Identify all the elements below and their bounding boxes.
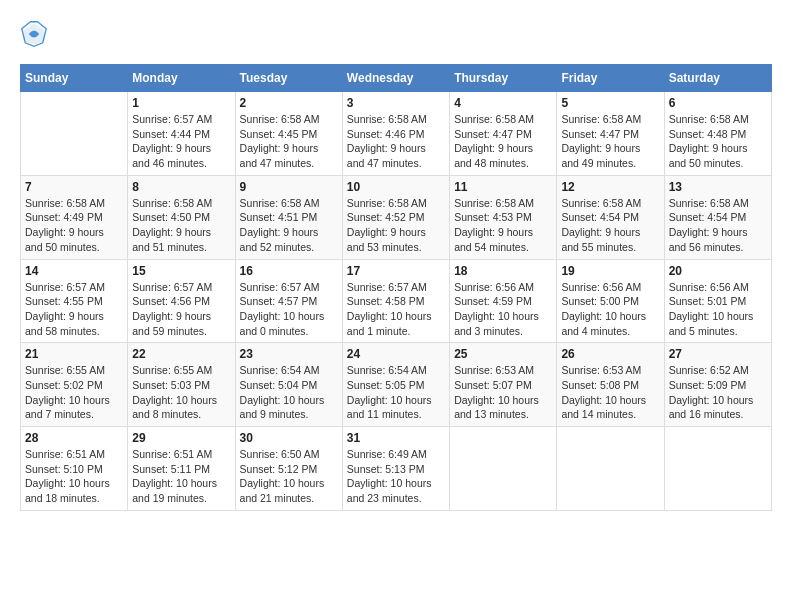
day-number: 18 xyxy=(454,264,552,278)
calendar-week-row: 1Sunrise: 6:57 AM Sunset: 4:44 PM Daylig… xyxy=(21,92,772,176)
calendar-cell: 14Sunrise: 6:57 AM Sunset: 4:55 PM Dayli… xyxy=(21,259,128,343)
day-number: 29 xyxy=(132,431,230,445)
day-info: Sunrise: 6:58 AM Sunset: 4:46 PM Dayligh… xyxy=(347,112,445,171)
calendar-cell: 16Sunrise: 6:57 AM Sunset: 4:57 PM Dayli… xyxy=(235,259,342,343)
day-info: Sunrise: 6:58 AM Sunset: 4:50 PM Dayligh… xyxy=(132,196,230,255)
column-header-monday: Monday xyxy=(128,65,235,92)
day-number: 25 xyxy=(454,347,552,361)
logo xyxy=(20,20,52,48)
calendar-cell: 1Sunrise: 6:57 AM Sunset: 4:44 PM Daylig… xyxy=(128,92,235,176)
calendar-cell: 10Sunrise: 6:58 AM Sunset: 4:52 PM Dayli… xyxy=(342,175,449,259)
calendar-cell: 23Sunrise: 6:54 AM Sunset: 5:04 PM Dayli… xyxy=(235,343,342,427)
calendar-cell xyxy=(21,92,128,176)
column-header-wednesday: Wednesday xyxy=(342,65,449,92)
day-info: Sunrise: 6:57 AM Sunset: 4:58 PM Dayligh… xyxy=(347,280,445,339)
day-info: Sunrise: 6:58 AM Sunset: 4:53 PM Dayligh… xyxy=(454,196,552,255)
calendar-cell: 6Sunrise: 6:58 AM Sunset: 4:48 PM Daylig… xyxy=(664,92,771,176)
day-number: 9 xyxy=(240,180,338,194)
day-number: 14 xyxy=(25,264,123,278)
calendar-cell: 9Sunrise: 6:58 AM Sunset: 4:51 PM Daylig… xyxy=(235,175,342,259)
day-info: Sunrise: 6:55 AM Sunset: 5:03 PM Dayligh… xyxy=(132,363,230,422)
calendar-cell: 26Sunrise: 6:53 AM Sunset: 5:08 PM Dayli… xyxy=(557,343,664,427)
calendar-cell xyxy=(664,427,771,511)
calendar-cell: 17Sunrise: 6:57 AM Sunset: 4:58 PM Dayli… xyxy=(342,259,449,343)
day-number: 8 xyxy=(132,180,230,194)
calendar-cell: 13Sunrise: 6:58 AM Sunset: 4:54 PM Dayli… xyxy=(664,175,771,259)
day-info: Sunrise: 6:50 AM Sunset: 5:12 PM Dayligh… xyxy=(240,447,338,506)
day-number: 6 xyxy=(669,96,767,110)
day-number: 2 xyxy=(240,96,338,110)
day-number: 23 xyxy=(240,347,338,361)
day-number: 26 xyxy=(561,347,659,361)
column-header-saturday: Saturday xyxy=(664,65,771,92)
calendar-cell: 22Sunrise: 6:55 AM Sunset: 5:03 PM Dayli… xyxy=(128,343,235,427)
day-number: 11 xyxy=(454,180,552,194)
day-info: Sunrise: 6:58 AM Sunset: 4:54 PM Dayligh… xyxy=(669,196,767,255)
day-number: 12 xyxy=(561,180,659,194)
day-number: 28 xyxy=(25,431,123,445)
calendar-cell xyxy=(450,427,557,511)
day-number: 19 xyxy=(561,264,659,278)
day-info: Sunrise: 6:51 AM Sunset: 5:11 PM Dayligh… xyxy=(132,447,230,506)
day-number: 15 xyxy=(132,264,230,278)
calendar-cell: 11Sunrise: 6:58 AM Sunset: 4:53 PM Dayli… xyxy=(450,175,557,259)
day-number: 30 xyxy=(240,431,338,445)
page-header xyxy=(20,20,772,48)
day-info: Sunrise: 6:53 AM Sunset: 5:08 PM Dayligh… xyxy=(561,363,659,422)
calendar-cell: 4Sunrise: 6:58 AM Sunset: 4:47 PM Daylig… xyxy=(450,92,557,176)
calendar-cell: 19Sunrise: 6:56 AM Sunset: 5:00 PM Dayli… xyxy=(557,259,664,343)
calendar-cell: 31Sunrise: 6:49 AM Sunset: 5:13 PM Dayli… xyxy=(342,427,449,511)
calendar-week-row: 28Sunrise: 6:51 AM Sunset: 5:10 PM Dayli… xyxy=(21,427,772,511)
calendar-cell: 25Sunrise: 6:53 AM Sunset: 5:07 PM Dayli… xyxy=(450,343,557,427)
calendar-cell: 5Sunrise: 6:58 AM Sunset: 4:47 PM Daylig… xyxy=(557,92,664,176)
day-info: Sunrise: 6:58 AM Sunset: 4:45 PM Dayligh… xyxy=(240,112,338,171)
column-header-friday: Friday xyxy=(557,65,664,92)
column-header-sunday: Sunday xyxy=(21,65,128,92)
column-header-tuesday: Tuesday xyxy=(235,65,342,92)
day-number: 10 xyxy=(347,180,445,194)
day-number: 1 xyxy=(132,96,230,110)
day-number: 5 xyxy=(561,96,659,110)
day-number: 20 xyxy=(669,264,767,278)
calendar-cell: 24Sunrise: 6:54 AM Sunset: 5:05 PM Dayli… xyxy=(342,343,449,427)
day-info: Sunrise: 6:57 AM Sunset: 4:55 PM Dayligh… xyxy=(25,280,123,339)
calendar-cell: 15Sunrise: 6:57 AM Sunset: 4:56 PM Dayli… xyxy=(128,259,235,343)
calendar-cell: 29Sunrise: 6:51 AM Sunset: 5:11 PM Dayli… xyxy=(128,427,235,511)
day-info: Sunrise: 6:53 AM Sunset: 5:07 PM Dayligh… xyxy=(454,363,552,422)
calendar-week-row: 14Sunrise: 6:57 AM Sunset: 4:55 PM Dayli… xyxy=(21,259,772,343)
day-info: Sunrise: 6:56 AM Sunset: 4:59 PM Dayligh… xyxy=(454,280,552,339)
calendar-cell: 7Sunrise: 6:58 AM Sunset: 4:49 PM Daylig… xyxy=(21,175,128,259)
day-number: 27 xyxy=(669,347,767,361)
day-number: 16 xyxy=(240,264,338,278)
day-info: Sunrise: 6:58 AM Sunset: 4:47 PM Dayligh… xyxy=(561,112,659,171)
calendar-header-row: SundayMondayTuesdayWednesdayThursdayFrid… xyxy=(21,65,772,92)
day-info: Sunrise: 6:57 AM Sunset: 4:57 PM Dayligh… xyxy=(240,280,338,339)
day-info: Sunrise: 6:51 AM Sunset: 5:10 PM Dayligh… xyxy=(25,447,123,506)
calendar-cell: 28Sunrise: 6:51 AM Sunset: 5:10 PM Dayli… xyxy=(21,427,128,511)
column-header-thursday: Thursday xyxy=(450,65,557,92)
day-number: 21 xyxy=(25,347,123,361)
day-info: Sunrise: 6:58 AM Sunset: 4:47 PM Dayligh… xyxy=(454,112,552,171)
calendar-cell xyxy=(557,427,664,511)
calendar-cell: 30Sunrise: 6:50 AM Sunset: 5:12 PM Dayli… xyxy=(235,427,342,511)
day-info: Sunrise: 6:58 AM Sunset: 4:48 PM Dayligh… xyxy=(669,112,767,171)
calendar-cell: 3Sunrise: 6:58 AM Sunset: 4:46 PM Daylig… xyxy=(342,92,449,176)
day-number: 24 xyxy=(347,347,445,361)
day-info: Sunrise: 6:58 AM Sunset: 4:54 PM Dayligh… xyxy=(561,196,659,255)
calendar-cell: 21Sunrise: 6:55 AM Sunset: 5:02 PM Dayli… xyxy=(21,343,128,427)
day-info: Sunrise: 6:58 AM Sunset: 4:51 PM Dayligh… xyxy=(240,196,338,255)
day-number: 17 xyxy=(347,264,445,278)
day-number: 4 xyxy=(454,96,552,110)
day-number: 31 xyxy=(347,431,445,445)
day-number: 7 xyxy=(25,180,123,194)
day-info: Sunrise: 6:57 AM Sunset: 4:56 PM Dayligh… xyxy=(132,280,230,339)
calendar-cell: 27Sunrise: 6:52 AM Sunset: 5:09 PM Dayli… xyxy=(664,343,771,427)
day-info: Sunrise: 6:54 AM Sunset: 5:05 PM Dayligh… xyxy=(347,363,445,422)
calendar-cell: 20Sunrise: 6:56 AM Sunset: 5:01 PM Dayli… xyxy=(664,259,771,343)
day-info: Sunrise: 6:54 AM Sunset: 5:04 PM Dayligh… xyxy=(240,363,338,422)
day-info: Sunrise: 6:57 AM Sunset: 4:44 PM Dayligh… xyxy=(132,112,230,171)
calendar-cell: 18Sunrise: 6:56 AM Sunset: 4:59 PM Dayli… xyxy=(450,259,557,343)
calendar-cell: 12Sunrise: 6:58 AM Sunset: 4:54 PM Dayli… xyxy=(557,175,664,259)
day-info: Sunrise: 6:56 AM Sunset: 5:00 PM Dayligh… xyxy=(561,280,659,339)
logo-icon xyxy=(20,20,48,48)
